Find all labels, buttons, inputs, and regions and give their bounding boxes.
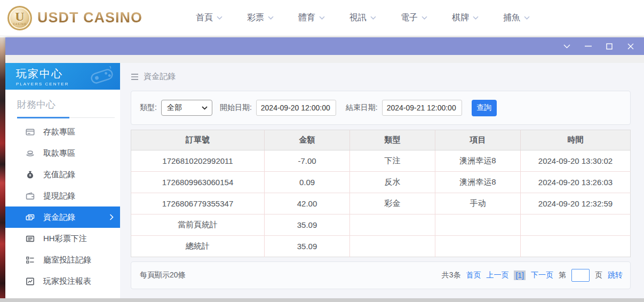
sidebar-item-label: 存款專區 [43,127,75,137]
fund-records-table: 訂單號 金額 類型 項目 時間 1726810202992011 -7.00 下… [131,130,631,257]
cell-time: 2024-09-20 12:32:59 [521,193,631,214]
window-minimize-icon[interactable] [581,40,595,53]
cell-item: 澳洲幸运8 [435,172,521,193]
window-collapse-icon[interactable] [560,40,574,53]
cell-item: 澳洲幸运8 [435,150,521,172]
cell-type: 反水 [350,172,435,193]
sidebar-item-withdrawal-records[interactable]: 提現記錄 [5,185,120,206]
col-header-item: 項目 [435,130,521,150]
window-maximize-icon[interactable] [602,40,616,53]
nav-item-lottery[interactable]: 彩票 [247,12,274,23]
cell-amount: 0.09 [265,172,350,193]
filter-bar: 類型: 全部 開始日期: 結束日期: 查詢 [131,91,631,125]
cell-type: 下注 [350,150,435,172]
nav-item-chess[interactable]: 棋牌 [452,12,479,23]
total-count-text: 共3条 [442,271,461,280]
window-titlebar [5,37,644,55]
banknotes-icon [26,213,35,222]
chevron-down-icon [473,16,479,20]
end-date-input[interactable] [382,100,462,116]
cell-time: 2024-09-20 13:26:03 [521,172,631,193]
nav-item-sports[interactable]: 體育 [298,12,325,23]
logo-ball-icon: U CASINO [7,6,32,30]
nav-label: 捕魚 [503,12,520,23]
prev-page-link[interactable]: 上一页 [486,271,508,280]
cell-item: 手动 [435,193,521,214]
report-chart-icon [26,277,35,286]
table-row: 1726806779355347 42.00 彩金 手动 2024-09-20 … [131,193,631,214]
money-bag-icon [26,170,35,179]
table-row: 1726809963060154 0.09 反水 澳洲幸运8 2024-09-2… [131,172,631,193]
first-page-link[interactable]: 首页 [466,271,481,280]
window-bottom-edge [0,298,644,302]
col-header-amount: 金額 [265,130,350,150]
cell-amount: 42.00 [265,193,350,214]
sidebar-item-label: HH彩票下注 [43,234,87,244]
sidebar: 玩家中心 PLAYERS CENTER 財務中心 存款專區 取款專區 充值記錄 [5,63,120,302]
cell-empty [435,214,521,236]
wallet-icon [26,192,35,201]
pager: 共3条 首页 上一页 [1] 下一页 第 页 跳转 [442,269,623,282]
sidebar-item-player-bet-report[interactable]: 玩家投注報表 [5,271,120,292]
nav-label: 棋牌 [452,12,469,23]
next-page-link[interactable]: 下一页 [531,271,553,280]
sidebar-item-label: 提現記錄 [43,191,75,201]
chevron-down-icon [268,16,274,20]
page-title: 資金記錄 [144,71,176,82]
table-header-row: 訂單號 金額 類型 項目 時間 [131,130,631,150]
nav-item-video[interactable]: 視訊 [349,12,376,23]
sidebar-item-recharge-records[interactable]: 充值記錄 [5,164,120,185]
type-select-value: 全部 [167,103,182,113]
sidebar-menu: 存款專區 取款專區 充值記錄 提現記錄 資金記錄 HH彩票下注 [5,121,120,292]
nav-item-slots[interactable]: 電子 [401,12,427,23]
site-logo[interactable]: U CASINO USDT CASINO [7,6,142,30]
nav-item-fishing[interactable]: 捕魚 [503,12,530,23]
nav-item-home[interactable]: 首頁 [196,12,222,23]
sidebar-item-label: 資金記錄 [43,212,75,222]
nav-label: 首頁 [196,12,213,23]
sidebar-section-finance: 財務中心 [17,98,115,118]
logo-small-text: CASINO [13,22,26,26]
search-button[interactable]: 查詢 [472,100,497,116]
pagination-bar: 每頁顯示20條 共3条 首页 上一页 [1] 下一页 第 页 跳转 [131,261,631,289]
ticket-list-icon [26,234,35,243]
sidebar-item-fund-records[interactable]: 資金記錄 [5,206,120,228]
cell-order-no: 1726810202992011 [131,150,265,172]
chevron-down-icon [524,16,530,20]
jump-button[interactable]: 跳转 [608,271,623,280]
jump-page-input[interactable] [571,269,590,282]
sidebar-item-label: 充值記錄 [43,170,75,180]
cell-empty [350,214,435,236]
cell-amount: 35.09 [265,214,350,236]
cell-label: 總統計 [131,236,265,257]
cell-empty [350,236,435,257]
col-header-time: 時間 [521,130,631,150]
bank-card-icon [26,128,35,137]
sidebar-item-withdraw[interactable]: 取款專區 [5,142,120,164]
end-date-label: 結束日期: [346,103,378,113]
main-content: 資金記錄 類型: 全部 開始日期: 結束日期: 查詢 訂單號 金額 類型 [120,63,644,302]
chevron-down-icon [319,16,325,20]
col-header-order-no: 訂單號 [131,130,265,150]
col-header-type: 類型 [350,130,435,150]
sidebar-header: 玩家中心 PLAYERS CENTER [5,63,120,90]
sidebar-item-label: 玩家投注報表 [43,276,91,287]
cell-type: 彩金 [350,193,435,214]
hamburger-icon[interactable] [131,74,139,80]
cell-time: 2024-09-20 13:30:02 [521,150,631,172]
type-select[interactable]: 全部 [161,100,212,116]
chevron-down-icon [370,16,376,20]
cell-amount: 35.09 [265,236,350,257]
type-label: 類型: [140,103,157,113]
site-header: U CASINO USDT CASINO 首頁 彩票 體育 視訊 電子 棋牌 [0,0,644,36]
background-photo-strip [0,37,5,302]
sidebar-item-hh-lottery-bets[interactable]: HH彩票下注 [5,228,120,249]
logo-letter: U [15,11,24,22]
cell-order-no: 1726806779355347 [131,193,265,214]
checklist-icon [26,256,35,265]
sidebar-item-deposit[interactable]: 存款專區 [5,121,120,142]
window-close-icon[interactable] [624,40,638,53]
sidebar-item-room-bet-records[interactable]: 廳室投註記錄 [5,249,120,271]
start-date-input[interactable] [256,100,336,116]
table-row-page-total: 當前頁統計 35.09 [131,214,631,236]
